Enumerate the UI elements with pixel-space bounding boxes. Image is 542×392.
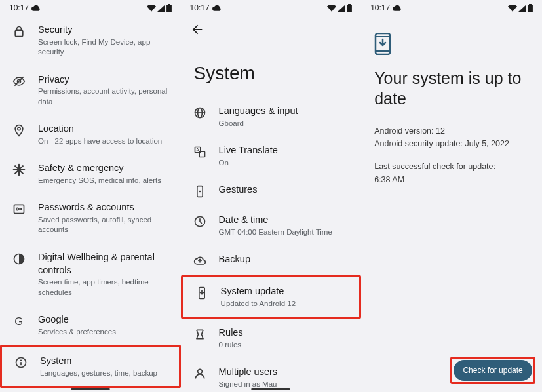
settings-item-security[interactable]: SecurityScreen lock, Find My Device, app… [0, 16, 181, 66]
item-title: Languages & input [219, 105, 350, 118]
key-icon [12, 201, 26, 216]
svg-text:G: G [14, 315, 23, 328]
item-title: Backup [219, 253, 350, 266]
gesture-icon [193, 184, 207, 198]
item-title: Rules [219, 326, 350, 340]
item-title: Privacy [38, 73, 169, 87]
status-bar: 10:17 [181, 0, 362, 16]
svg-rect-10 [20, 362, 22, 365]
settings-item-digital-wellbeing-parental-controls[interactable]: Digital Wellbeing & parental controlsScr… [0, 243, 181, 305]
status-bar: 10:17 [0, 0, 181, 16]
item-subtitle: Emergency SOS, medical info, alerts [38, 176, 169, 186]
item-subtitle: 0 rules [219, 340, 350, 351]
cloud-icon [393, 5, 402, 11]
item-subtitle: Updated to Android 12 [221, 299, 348, 309]
android-version-line: Android version: 12 [374, 125, 529, 138]
system-item-rules[interactable]: Rules0 rules [181, 319, 362, 358]
battery-icon [347, 4, 352, 12]
item-title: Location [38, 123, 169, 136]
nav-pill[interactable] [251, 388, 290, 390]
system-update-panel: 10:17 Your system is up to date Android … [361, 0, 542, 392]
item-subtitle: On - 22 apps have access to location [38, 136, 169, 147]
item-title: Safety & emergency [38, 162, 169, 175]
item-subtitle: Services & preferences [38, 327, 169, 338]
svg-point-3 [18, 128, 20, 130]
item-subtitle: Languages, gestures, time, backup [40, 368, 167, 379]
item-title: Security [38, 24, 169, 37]
item-subtitle: Gboard [219, 119, 350, 129]
item-title: Gestures [219, 184, 350, 197]
settings-item-google[interactable]: GGoogleServices & preferences [0, 305, 181, 345]
settings-root-panel: 10:17 SecurityScreen lock, Find My Devic… [0, 0, 181, 392]
info-icon [14, 355, 28, 369]
system-item-gestures[interactable]: Gestures [181, 176, 362, 206]
item-title: Digital Wellbeing & parental controls [38, 251, 169, 277]
item-subtitle: Permissions, account activity, personal … [38, 87, 169, 107]
settings-item-location[interactable]: LocationOn - 22 apps have access to loca… [0, 115, 181, 154]
system-item-multiple-users[interactable]: Multiple usersSigned in as Mau [181, 358, 362, 392]
item-subtitle: Screen time, app timers, bedtime schedul… [38, 277, 169, 298]
system-item-backup[interactable]: Backup [181, 245, 362, 275]
google-icon: G [12, 313, 26, 328]
last-check-label: Last successful check for update: [374, 161, 529, 173]
wifi-icon [508, 5, 517, 12]
item-subtitle: On [219, 158, 350, 168]
security-update-line: Android security update: July 5, 2022 [374, 138, 529, 150]
check-for-update-button[interactable]: Check for update [454, 360, 532, 381]
signal-icon [338, 5, 345, 12]
item-title: Google [38, 313, 169, 326]
svg-point-25 [197, 370, 202, 374]
system-item-languages-input[interactable]: Languages & inputGboard [181, 97, 362, 136]
wifi-icon [147, 5, 156, 12]
svg-point-22 [199, 191, 201, 193]
status-time: 10:17 [190, 3, 210, 12]
update-status-title: Your system is up to date [361, 58, 542, 125]
page-title: System [181, 39, 362, 97]
item-title: Date & time [219, 214, 350, 227]
status-bar: 10:17 [361, 0, 542, 16]
clock-icon [193, 214, 207, 228]
item-subtitle: GMT-04:00 Eastern Daylight Time [219, 227, 350, 238]
cloud-icon [31, 5, 41, 11]
settings-item-safety-emergency[interactable]: Safety & emergencyEmergency SOS, medical… [0, 154, 181, 193]
status-time: 10:17 [370, 3, 390, 12]
last-check-time: 6:38 AM [374, 174, 529, 186]
item-title: Multiple users [219, 366, 350, 379]
cloud-icon [193, 253, 207, 267]
wifi-icon [327, 5, 336, 12]
users-icon [193, 366, 207, 380]
nav-pill[interactable] [71, 388, 110, 390]
status-time: 10:17 [9, 3, 29, 12]
settings-item-passwords-accounts[interactable]: Passwords & accountsSaved passwords, aut… [0, 193, 181, 243]
trans-icon: A [193, 144, 207, 159]
well-icon [12, 251, 26, 265]
svg-text:A: A [196, 147, 199, 152]
item-subtitle: Saved passwords, autofill, synced accoun… [38, 215, 169, 235]
eye-icon [12, 73, 26, 88]
item-subtitle: Screen lock, Find My Device, app securit… [38, 37, 169, 58]
pin-icon [12, 123, 26, 137]
update-icon [195, 285, 209, 300]
battery-icon [528, 4, 533, 12]
item-title: System [40, 355, 167, 368]
system-item-system-update[interactable]: System updateUpdated to Android 12 [181, 275, 362, 319]
globe-icon [193, 105, 207, 119]
signal-icon [518, 5, 526, 12]
system-item-date-time[interactable]: Date & timeGMT-04:00 Eastern Daylight Ti… [181, 206, 362, 245]
settings-item-system[interactable]: SystemLanguages, gestures, time, backup [0, 345, 181, 388]
system-panel: 10:17 System Languages & inputGboardALiv… [181, 0, 362, 392]
svg-rect-0 [15, 30, 23, 36]
item-title: Live Translate [219, 144, 350, 157]
back-arrow-icon[interactable] [190, 22, 204, 37]
battery-icon [166, 4, 172, 12]
signal-icon [157, 5, 165, 12]
rules-icon [193, 326, 207, 341]
check-update-highlight: Check for update [450, 357, 535, 384]
update-info: Android version: 12 Android security upd… [361, 125, 542, 187]
item-title: Passwords & accounts [38, 201, 169, 214]
svg-point-9 [20, 360, 22, 361]
settings-item-privacy[interactable]: PrivacyPermissions, account activity, pe… [0, 66, 181, 115]
cloud-icon [212, 5, 222, 11]
svg-point-5 [16, 208, 18, 210]
system-item-live-translate[interactable]: ALive TranslateOn [181, 136, 362, 176]
